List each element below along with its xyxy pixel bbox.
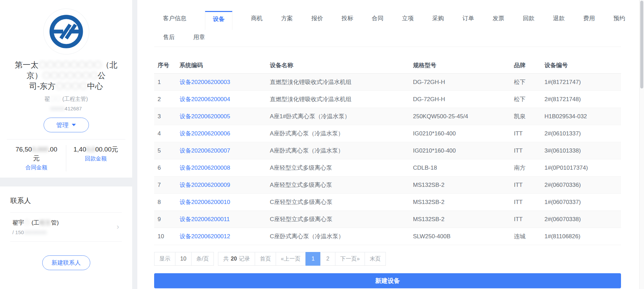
total-suffix: 记录: [239, 255, 250, 263]
cell-code[interactable]: 设备202006200012: [180, 232, 270, 240]
contact-phone: / 15000000000: [12, 229, 113, 235]
cell-model: 250KQW500-25-45/4: [413, 113, 514, 120]
contacts-card: 联系人 翟宇〇 (工程主管) / 15000000000 › 新建联系人: [0, 186, 132, 289]
cell-code[interactable]: 设备202006200004: [180, 95, 270, 103]
cell-name: 直燃型溴化锂吸收式冷温水机组: [270, 78, 413, 86]
cell-model: IG0210*160-400: [413, 130, 514, 137]
scrollbar-thumb[interactable]: [640, 1, 643, 88]
received-amount-metric: 1,400,000.00元 回款金额: [66, 145, 125, 171]
cell-seq: 5: [154, 147, 180, 154]
contact-list-item[interactable]: 翟宇〇 (工程主管) / 15000000000 ›: [10, 213, 122, 242]
tab-row-1: 客户信息设备商机方案报价投标合同立项采购订单发票回款退款费用预约: [163, 0, 621, 30]
cell-name: C座卧式离心泵（冷温水泵）: [270, 232, 413, 240]
company-name-line-3: 司-东方〇〇〇〇中心: [7, 81, 125, 92]
cell-model: MS132SB-2: [413, 216, 514, 223]
cell-number: 3#(06101338): [544, 147, 621, 154]
tab-payment-collection[interactable]: 回款: [523, 0, 534, 30]
cell-name: C座轻型立式多级离心泵: [270, 215, 413, 223]
total-count: 20: [231, 256, 237, 262]
contract-amount-label[interactable]: 合同金额: [7, 164, 66, 171]
tab-seal[interactable]: 用章: [193, 30, 205, 47]
cell-code[interactable]: 设备202006200003: [180, 78, 270, 86]
tab-solution[interactable]: 方案: [281, 0, 293, 30]
chevron-right-icon[interactable]: ›: [117, 223, 119, 231]
pagination-bar: 显示 10 条/页 共 20 记录 首页 «上一页 12 下一页» 末页: [154, 252, 621, 266]
col-header-name: 设备名称: [270, 61, 413, 69]
tab-expense[interactable]: 费用: [583, 0, 595, 30]
cell-seq: 8: [154, 199, 180, 206]
cell-name: A座轻型立式多级离心泵: [270, 181, 413, 189]
cell-brand: ITT: [514, 182, 544, 189]
cell-number: 2#(06070336): [544, 182, 621, 189]
cell-brand: 松下: [514, 95, 544, 103]
cell-code[interactable]: 设备202006200011: [180, 215, 270, 223]
prev-page-button[interactable]: «上一页: [276, 252, 306, 266]
table-row: 8设备202006200010C座轻型立式多级离心泵MS132SB-2ITT1#…: [154, 194, 621, 211]
cell-code[interactable]: 设备202006200007: [180, 147, 270, 155]
table-row: 10设备202006200012C座卧式离心泵（冷温水泵）SLW250-400B…: [154, 228, 621, 245]
new-contact-button[interactable]: 新建联系人: [42, 255, 90, 270]
tab-equipment[interactable]: 设备: [205, 11, 232, 30]
equipment-table: 序号系统编码设备名称规格型号品牌设备编号 1设备202006200003直燃型溴…: [154, 57, 621, 245]
cell-name: A座卧式离心泵（冷温水泵）: [270, 130, 413, 137]
table-row: 1设备202006200003直燃型溴化锂吸收式冷温水机组DG-72GH-H松下…: [154, 74, 621, 91]
cell-number: 2#(06101337): [544, 130, 621, 137]
tab-bidding[interactable]: 投标: [342, 0, 353, 30]
cell-code[interactable]: 设备202006200008: [180, 164, 270, 172]
tab-invoice[interactable]: 发票: [493, 0, 504, 30]
manage-button[interactable]: 管理: [44, 118, 89, 132]
cell-code[interactable]: 设备202006200010: [180, 198, 270, 206]
cell-seq: 2: [154, 96, 180, 103]
tab-row-2: 售后用章: [163, 30, 621, 47]
cell-brand: 南方: [514, 164, 544, 172]
cell-name: A座卧式离心泵（冷温水泵）: [270, 147, 413, 155]
tab-procurement[interactable]: 采购: [432, 0, 444, 30]
received-amount-label[interactable]: 回款金额: [66, 155, 125, 162]
cell-code[interactable]: 设备202006200005: [180, 112, 270, 120]
owner-name: 翟〇〇 (工程主管): [7, 96, 125, 103]
page-1[interactable]: 1: [306, 252, 321, 266]
col-header-brand: 品牌: [514, 61, 544, 69]
cell-brand: 松下: [514, 78, 544, 86]
page-size-value[interactable]: 10: [175, 252, 192, 266]
cell-name: C座轻型立式多级离心泵: [270, 198, 413, 206]
table-header-row: 序号系统编码设备名称规格型号品牌设备编号: [154, 57, 621, 74]
cell-code[interactable]: 设备202006200006: [180, 130, 270, 137]
vertical-scrollbar: [639, 0, 644, 289]
company-name-line-1: 第一太〇〇〇〇〇〇〇〇（北: [7, 60, 125, 70]
tab-quotation[interactable]: 报价: [311, 0, 323, 30]
caret-down-icon: [72, 124, 76, 126]
tab-project-approval[interactable]: 立项: [402, 0, 414, 30]
cell-seq: 4: [154, 130, 180, 137]
first-page-button[interactable]: 首页: [255, 252, 276, 266]
pager-group: 共 20 记录 首页 «上一页 12 下一页» 末页: [218, 252, 386, 266]
last-page-button[interactable]: 末页: [365, 252, 386, 266]
page-2[interactable]: 2: [320, 252, 335, 266]
company-name: 第一太〇〇〇〇〇〇〇〇（北 京）〇〇〇〇〇〇〇公 司-东方〇〇〇〇中心: [7, 60, 125, 92]
tab-appointment[interactable]: 预约: [613, 0, 625, 30]
tab-order[interactable]: 订单: [462, 0, 474, 30]
tab-refund[interactable]: 退款: [553, 0, 565, 30]
cell-code[interactable]: 设备202006200009: [180, 181, 270, 189]
cell-seq: 3: [154, 113, 180, 120]
tab-customer-info[interactable]: 客户信息: [163, 0, 186, 30]
cell-seq: 9: [154, 216, 180, 223]
tab-after-sales[interactable]: 售后: [163, 30, 175, 47]
amount-metrics: 76,500,000.00 元 合同金额 1,400,000.00元 回款金额: [7, 139, 125, 178]
col-header-seq: 序号: [154, 61, 180, 69]
total-prefix: 共: [223, 255, 229, 263]
cell-name: 直燃型溴化锂吸收式冷温水机组: [270, 95, 413, 103]
company-logo: [44, 9, 89, 54]
cell-number: 1#(06070337): [544, 199, 621, 206]
cell-name: A座轻型立式多级离心泵: [270, 164, 413, 172]
next-page-button[interactable]: 下一页»: [335, 252, 365, 266]
cell-name: A座1#卧式离心泵（冷温水泵）: [270, 112, 413, 120]
table-row: 7设备202006200009A座轻型立式多级离心泵MS132SB-2ITT2#…: [154, 177, 621, 194]
tab-contract[interactable]: 合同: [372, 0, 383, 30]
cell-seq: 1: [154, 79, 180, 86]
per-page-label: 条/页: [191, 252, 214, 266]
table-row: 4设备202006200006A座卧式离心泵（冷温水泵）IG0210*160-4…: [154, 125, 621, 142]
tab-opportunity[interactable]: 商机: [251, 0, 263, 30]
col-header-code: 系统编码: [180, 61, 270, 69]
new-device-button[interactable]: 新建设备: [154, 273, 621, 288]
